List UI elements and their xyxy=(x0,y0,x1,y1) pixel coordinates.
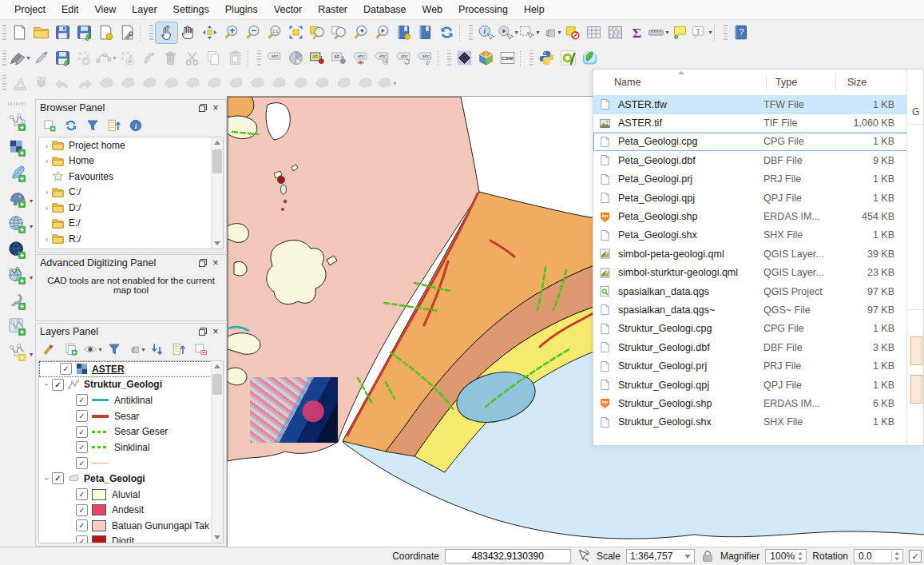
zoom-full-button[interactable] xyxy=(285,22,307,43)
expand-arrow-icon[interactable]: › xyxy=(42,187,52,197)
toolbar-grip[interactable] xyxy=(2,25,6,41)
refresh-map-button[interactable] xyxy=(436,22,458,43)
redo-button[interactable] xyxy=(73,73,95,94)
new-print-composer-button[interactable] xyxy=(95,22,117,43)
magnifier-spinbox[interactable]: 100% xyxy=(765,549,807,563)
expand-arrow-icon[interactable]: › xyxy=(42,234,52,244)
column-header-size[interactable]: Size xyxy=(847,77,866,88)
spinner-arrows[interactable] xyxy=(891,551,902,562)
cut-features-button[interactable] xyxy=(181,48,203,69)
georeferencer-button[interactable] xyxy=(454,48,475,69)
toolbar-grip[interactable] xyxy=(2,75,6,91)
filter-by-expression-button[interactable]: ε▾ xyxy=(126,340,145,358)
browser-item-favourites[interactable]: Favourites xyxy=(39,169,223,185)
file-row[interactable]: Peta_Geologi.cpg CPG File 1 KB xyxy=(593,133,907,151)
file-row[interactable]: ASTER.tif TIF File 1,060 KB xyxy=(593,113,907,132)
column-divider[interactable] xyxy=(766,74,767,90)
composer-manager-button[interactable] xyxy=(117,22,138,43)
zoom-out-button[interactable] xyxy=(242,22,264,43)
collapse-all-browser-button[interactable] xyxy=(105,117,124,134)
layer-aster[interactable]: ✓ASTER xyxy=(39,361,223,377)
float-panel-icon[interactable] xyxy=(196,326,209,337)
menu-help[interactable]: Help xyxy=(516,4,553,15)
add-postgis-layer-button[interactable]: ▾ xyxy=(5,188,30,210)
browser-item-project-home[interactable]: ›Project home xyxy=(39,137,223,153)
menu-database[interactable]: Database xyxy=(355,4,414,15)
layer-checkbox[interactable]: ✓ xyxy=(52,472,64,484)
file-row[interactable]: simbol-sturktur-geologi.qml QGIS Layer..… xyxy=(593,264,907,282)
chevron-down-icon[interactable]: ▾ xyxy=(30,351,33,358)
field-calculator-button[interactable] xyxy=(605,22,626,43)
python-console-button[interactable] xyxy=(536,48,557,69)
layer-checkbox[interactable]: ✓ xyxy=(76,426,88,438)
run-feature-action-button[interactable]: ▾ xyxy=(497,22,518,43)
float-panel-icon[interactable] xyxy=(196,257,209,269)
collapse-arrow-icon[interactable]: › xyxy=(42,380,52,390)
chevron-down-icon[interactable]: ▾ xyxy=(30,197,33,205)
menu-web[interactable]: Web xyxy=(414,4,450,15)
chevron-down-icon[interactable]: ▾ xyxy=(141,346,145,353)
toolbar-grip[interactable] xyxy=(469,25,473,41)
refresh-browser-button[interactable] xyxy=(61,117,81,134)
select-by-expression-button[interactable]: ε▾ xyxy=(540,22,561,43)
menu-project[interactable]: Project xyxy=(6,4,54,15)
offset-curve-button[interactable] xyxy=(268,73,289,94)
modify-attributes-button[interactable] xyxy=(138,48,160,69)
chevron-down-icon[interactable]: ▾ xyxy=(708,29,712,36)
legend-item-sesar[interactable]: ✓Sesar xyxy=(39,408,223,424)
add-part-button[interactable] xyxy=(117,48,138,69)
qgis-sketch-plugin-button[interactable] xyxy=(557,48,579,69)
add-group-button[interactable] xyxy=(61,340,81,358)
expand-arrow-icon[interactable]: › xyxy=(42,141,52,150)
toolbar-grip[interactable] xyxy=(257,50,261,66)
zoom-last-button[interactable] xyxy=(350,22,371,43)
column-header-name[interactable]: Name xyxy=(614,77,640,88)
move-label-button[interactable]: abc xyxy=(371,48,393,69)
chevron-down-icon[interactable]: ▾ xyxy=(98,346,101,353)
pan-to-selection-button[interactable] xyxy=(199,22,220,43)
file-row[interactable]: spasialkan_data.qgs~ QGS~ File 97 KB xyxy=(593,300,907,319)
layers-scrollbar[interactable] xyxy=(211,361,223,543)
map-tips-button[interactable] xyxy=(669,22,691,43)
chevron-down-icon[interactable]: ▾ xyxy=(393,80,396,87)
legend-item-andesit[interactable]: ✓Andesit xyxy=(39,502,223,518)
geo-plugin-leaf-button[interactable] xyxy=(579,48,601,69)
current-edits-button[interactable]: ▾ xyxy=(9,48,30,69)
column-header-type[interactable]: Type xyxy=(775,77,797,88)
file-row[interactable]: Peta_Geologi.qpj QPJ File 1 KB xyxy=(593,189,907,207)
paste-features-button[interactable] xyxy=(224,48,246,69)
layer-checkbox[interactable]: ✓ xyxy=(60,363,72,375)
menu-plugins[interactable]: Plugins xyxy=(217,4,266,15)
layer-checkbox[interactable]: ✓ xyxy=(76,519,88,531)
toolbar-grip[interactable] xyxy=(149,25,153,41)
statistical-summary-button[interactable]: Σ xyxy=(626,22,648,43)
change-label-button[interactable]: abc xyxy=(414,48,436,69)
filter-browser-button[interactable] xyxy=(83,117,102,134)
file-row[interactable]: Peta_Geologi.shx SHX File 1 KB xyxy=(593,226,907,245)
layer-checkbox[interactable]: ✓ xyxy=(76,504,88,516)
layer-checkbox[interactable]: ✓ xyxy=(76,535,88,543)
measure-button[interactable]: ▾ xyxy=(648,22,669,43)
layer-checkbox[interactable]: ✓ xyxy=(76,457,88,469)
expand-all-layers-button[interactable] xyxy=(148,340,167,358)
add-feature-button[interactable] xyxy=(73,48,95,69)
add-selected-layer-button[interactable] xyxy=(40,117,59,134)
new-bookmark-button[interactable] xyxy=(393,22,414,43)
zoom-to-layer-button[interactable] xyxy=(328,22,350,43)
browser-item-home[interactable]: ›Home xyxy=(39,153,223,169)
layer-checkbox[interactable]: ✓ xyxy=(76,488,88,500)
file-row[interactable]: Struktur_Geologi.dbf DBF File 3 KB xyxy=(593,338,907,356)
toolbar-grip[interactable] xyxy=(8,102,27,105)
chevron-down-icon[interactable]: ▾ xyxy=(26,54,30,62)
chevron-down-icon[interactable]: ▾ xyxy=(113,54,116,62)
rotation-spinbox[interactable]: 0.0 xyxy=(854,549,903,563)
layer-group-peta-geologi[interactable]: ›✓Peta_Geologi xyxy=(39,471,223,487)
add-wfs-layer-button[interactable]: ▾ xyxy=(5,265,30,287)
rotate-point-symbols-button[interactable]: ▾ xyxy=(375,73,397,94)
browser-item-c[interactable]: ›C:/ xyxy=(39,185,223,201)
browser-properties-button[interactable]: i xyxy=(126,117,145,134)
fill-ring-button[interactable] xyxy=(181,73,203,94)
rotate-label-button[interactable]: abc xyxy=(393,48,414,69)
copy-features-button[interactable] xyxy=(203,48,224,69)
close-panel-icon[interactable]: × xyxy=(209,326,222,337)
